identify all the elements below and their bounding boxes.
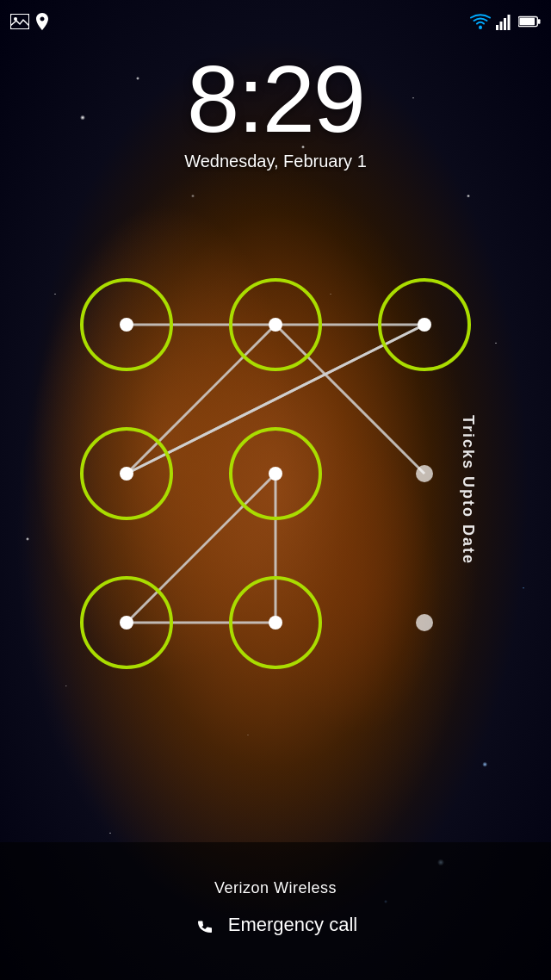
status-bar [0, 0, 551, 43]
svg-point-2 [479, 26, 482, 29]
svg-point-21 [269, 318, 282, 332]
carrier-name: Verizon Wireless [214, 879, 337, 897]
wifi-icon [470, 13, 491, 30]
svg-rect-4 [500, 22, 503, 30]
pattern-grid[interactable] [52, 250, 499, 698]
svg-line-12 [127, 325, 424, 474]
battery-icon [518, 16, 541, 28]
status-left-icons [10, 13, 48, 30]
emergency-call-button[interactable]: Emergency call [176, 906, 375, 944]
svg-rect-9 [519, 18, 535, 25]
emergency-call-text: Emergency call [228, 914, 357, 936]
pattern-svg [52, 250, 499, 698]
svg-point-23 [418, 318, 431, 332]
signal-icon [496, 13, 513, 30]
clock-date: Wednesday, February 1 [184, 152, 367, 171]
svg-rect-5 [504, 18, 506, 30]
bottom-bar: Verizon Wireless Emergency call [0, 842, 551, 980]
image-icon [10, 14, 29, 29]
clock-time: 8:29 [187, 52, 364, 146]
svg-point-27 [269, 467, 282, 481]
svg-point-32 [269, 616, 282, 630]
svg-point-28 [416, 465, 433, 482]
svg-rect-3 [496, 25, 498, 30]
svg-line-15 [127, 474, 276, 623]
svg-point-30 [120, 616, 133, 630]
svg-rect-8 [538, 19, 541, 24]
location-icon [36, 13, 48, 30]
svg-rect-0 [10, 14, 29, 29]
svg-line-13 [127, 325, 276, 474]
phone-icon [194, 913, 218, 937]
svg-point-19 [120, 318, 133, 332]
svg-point-33 [416, 614, 433, 631]
clock-area: 8:29 Wednesday, February 1 [0, 52, 551, 171]
svg-point-25 [120, 467, 133, 481]
watermark-text: Tricks Upto Date [458, 415, 476, 565]
svg-line-14 [276, 325, 424, 474]
svg-rect-6 [508, 15, 511, 30]
status-right-icons [470, 13, 541, 30]
